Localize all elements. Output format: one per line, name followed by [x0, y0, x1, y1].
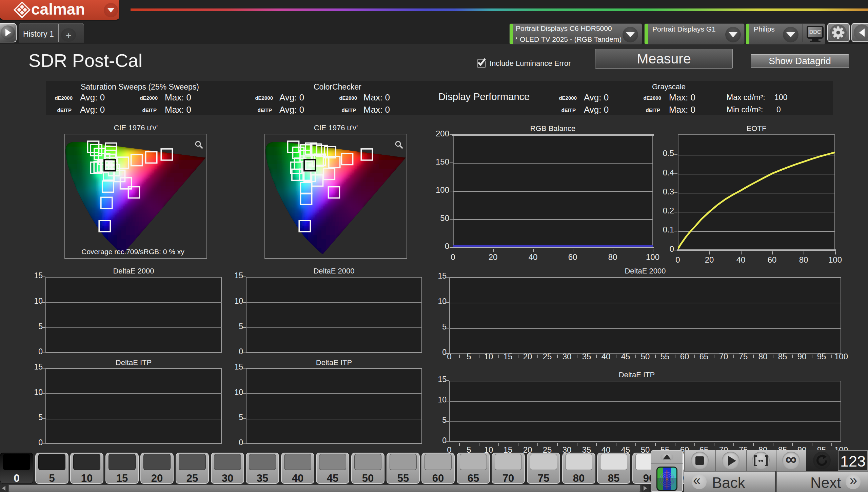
- svg-text:Coverage rec.709/sRGB: 0 % xy: Coverage rec.709/sRGB: 0 % xy: [81, 248, 184, 256]
